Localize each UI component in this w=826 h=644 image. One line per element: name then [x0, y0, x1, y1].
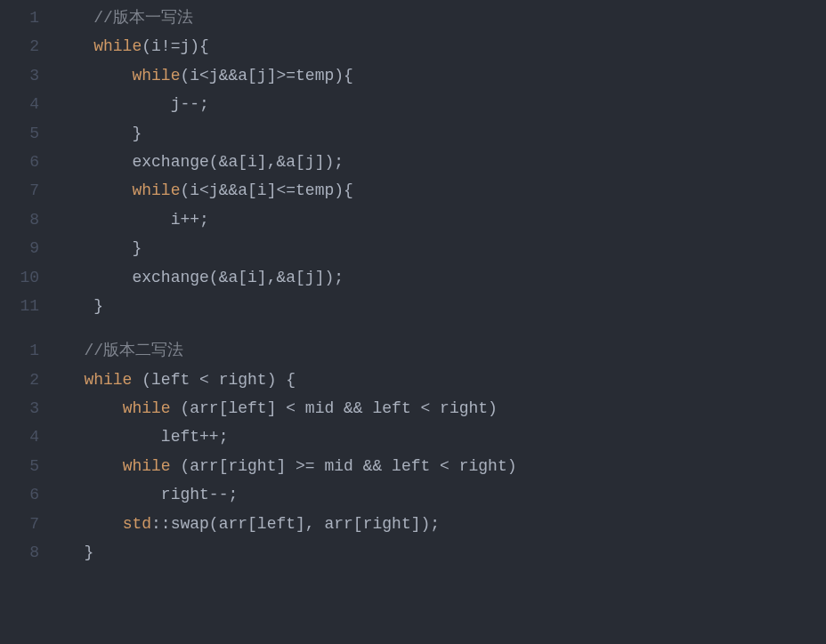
code-line: 7 std::swap(arr[left], arr[right]);: [0, 510, 826, 538]
code-line: 7 while(i<j&&a[i]<=temp){: [0, 176, 826, 205]
line-number: 2: [0, 366, 55, 394]
line-number: 9: [0, 234, 55, 262]
token: exchange(&a[i],&a[j]);: [132, 269, 344, 286]
code-line: 6 right--;: [0, 480, 826, 509]
code-line: 11 }: [0, 292, 826, 320]
line-number: 8: [0, 538, 55, 567]
code-content: while (arr[right] >= mid && left < right…: [55, 452, 517, 480]
token: right--;: [161, 486, 238, 503]
code-content: i++;: [55, 205, 209, 234]
code-content: }: [55, 119, 142, 148]
token: (arr[left] < mid && left < right): [171, 399, 498, 417]
code-content: }: [55, 538, 93, 567]
code-line: 9 }: [0, 234, 826, 262]
token: i++;: [171, 211, 209, 229]
line-number: 1: [0, 336, 55, 365]
code-line: 8 }: [0, 538, 826, 567]
token: (i<j&&a[j]>=temp){: [180, 67, 352, 85]
code-line: 2 while (left < right) {: [0, 366, 826, 394]
token: }: [93, 297, 103, 315]
code-editor-view: 1 //版本一写法2 while(i!=j){3 while(i<j&&a[j]…: [0, 0, 826, 570]
code-content: while(i<j&&a[j]>=temp){: [55, 61, 353, 90]
code-line: 6 exchange(&a[i],&a[j]);: [0, 148, 826, 176]
code-content: //版本二写法: [55, 336, 183, 365]
line-number: 3: [0, 394, 55, 423]
code-line: 4 left++;: [0, 423, 826, 451]
code-content: left++;: [55, 423, 228, 451]
code-block-2: 1 //版本二写法2 while (left < right) {3 while…: [0, 333, 826, 570]
code-content: while (left < right) {: [55, 366, 296, 394]
code-content: exchange(&a[i],&a[j]);: [55, 148, 344, 176]
code-content: while(i!=j){: [55, 32, 209, 60]
code-content: }: [55, 234, 142, 262]
code-content: j--;: [55, 90, 209, 118]
code-block-1: 1 //版本一写法2 while(i!=j){3 while(i<j&&a[j]…: [0, 0, 826, 324]
code-line: 1 //版本二写法: [0, 336, 826, 365]
line-number: 8: [0, 205, 55, 234]
code-content: std::swap(arr[left], arr[right]);: [55, 510, 440, 538]
line-number: 1: [0, 4, 55, 32]
token: }: [84, 543, 93, 561]
token: while: [123, 457, 171, 475]
code-content: //版本一写法: [55, 4, 193, 32]
line-number: 3: [0, 61, 55, 90]
token: //版本二写法: [84, 342, 183, 359]
line-number: 7: [0, 176, 55, 205]
code-content: while(i<j&&a[i]<=temp){: [55, 176, 353, 205]
code-line: 4 j--;: [0, 90, 826, 118]
line-number: 7: [0, 510, 55, 538]
line-number: 11: [0, 292, 55, 320]
line-number: 4: [0, 423, 55, 451]
token: j--;: [171, 95, 209, 113]
code-line: 1 //版本一写法: [0, 4, 826, 32]
line-number: 6: [0, 148, 55, 176]
token: }: [132, 239, 142, 257]
token: exchange(&a[i],&a[j]);: [132, 153, 344, 171]
token: (i<j&&a[i]<=temp){: [180, 181, 352, 199]
token: (i!=j){: [142, 37, 209, 55]
token: //版本一写法: [93, 9, 193, 27]
line-number: 2: [0, 32, 55, 60]
code-line: 8 i++;: [0, 205, 826, 234]
code-content: right--;: [55, 480, 238, 509]
code-content: }: [55, 292, 103, 320]
line-number: 4: [0, 90, 55, 118]
token: }: [132, 125, 142, 142]
code-line: 2 while(i!=j){: [0, 32, 826, 60]
line-number: 10: [0, 263, 55, 292]
code-line: 10 exchange(&a[i],&a[j]);: [0, 263, 826, 292]
token: while: [132, 67, 180, 85]
token: while: [123, 399, 171, 417]
code-content: while (arr[left] < mid && left < right): [55, 394, 498, 423]
token: while: [93, 37, 142, 55]
code-line: 3 while(i<j&&a[j]>=temp){: [0, 61, 826, 90]
line-number: 6: [0, 480, 55, 509]
token: while: [132, 181, 180, 199]
code-line: 5 while (arr[right] >= mid && left < rig…: [0, 452, 826, 480]
code-line: 3 while (arr[left] < mid && left < right…: [0, 394, 826, 423]
token: ::swap(arr[left], arr[right]);: [151, 515, 440, 533]
token: (left < right) {: [132, 371, 296, 389]
code-content: exchange(&a[i],&a[j]);: [55, 263, 344, 292]
line-number: 5: [0, 452, 55, 480]
token: std: [123, 515, 151, 533]
line-number: 5: [0, 119, 55, 148]
token: (arr[right] >= mid && left < right): [171, 457, 517, 475]
token: while: [84, 371, 132, 389]
token: left++;: [161, 428, 229, 446]
code-line: 5 }: [0, 119, 826, 148]
